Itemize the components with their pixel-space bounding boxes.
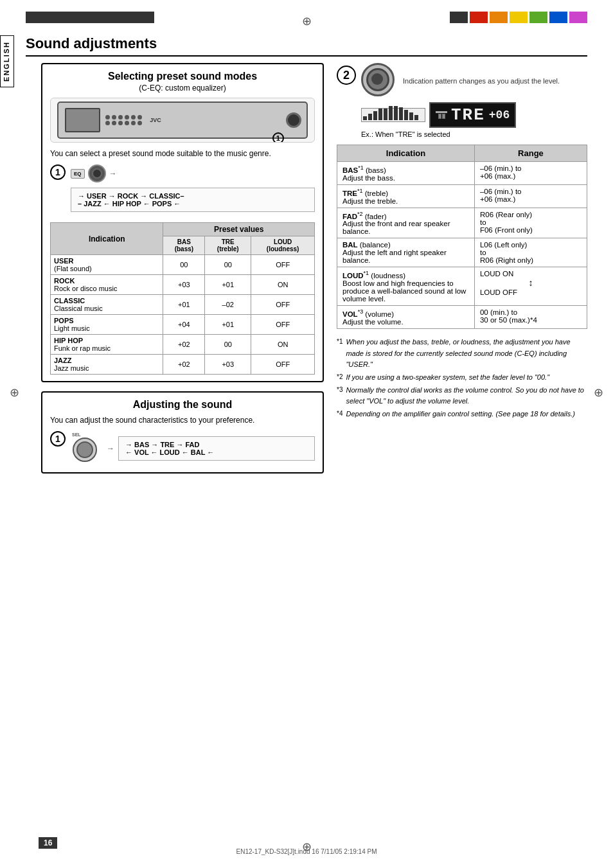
wbar <box>368 114 372 120</box>
wbar <box>363 116 367 120</box>
loud-arrows: ↕ <box>480 278 582 288</box>
section1-subtitle: (C-EQ: custom equalizer) <box>50 84 315 93</box>
device-diagram: JVC 1 <box>50 98 315 143</box>
ind-row-desc: Adjust the treble. <box>342 197 398 205</box>
preset-row-loud: OFF <box>251 255 315 275</box>
waveform-area: TRE +06 <box>361 102 587 128</box>
ind-row-desc: Adjust the volume. <box>342 318 404 326</box>
device-middle-controls <box>105 115 142 125</box>
device-dot-btn <box>131 115 136 120</box>
ind-row-suffix: (treble) <box>365 190 388 197</box>
ind-row-range: –06 (min.) to+06 (max.) <box>474 184 587 208</box>
step2-knob-center <box>371 73 383 85</box>
ind-row-label: BAS <box>342 166 358 174</box>
indication-table-row: TRE*1 (treble)Adjust the treble. –06 (mi… <box>337 184 587 208</box>
preset-row-tre: –02 <box>205 295 251 315</box>
page-number: 16 <box>39 837 57 849</box>
ind-row-desc: Boost low and high frequencies to produc… <box>342 279 466 303</box>
waveform-bars <box>361 108 425 122</box>
english-sidebar-label: ENGLISH <box>0 35 14 87</box>
ex-label: Ex.: When "TRE" is selected <box>361 130 587 138</box>
step2-knob-inner <box>366 68 389 91</box>
ind-row-label: BAL <box>342 241 358 249</box>
reg-mark-top: ⊕ <box>302 14 312 28</box>
col-indication-header: Indication <box>51 223 163 255</box>
preset-row-loud: OFF <box>251 295 315 315</box>
device-dot-btn <box>131 121 136 125</box>
footnote-num: *4 <box>337 409 342 420</box>
col-preset-header: Preset values <box>163 223 315 236</box>
arrow-diagram-preset: → USER → ROCK → CLASSIC– – JAZZ ← HIP HO… <box>71 188 315 212</box>
adj-arrow: → <box>107 444 114 453</box>
ind-row-range: L06 (Left only)toR06 (Right only) <box>474 238 587 267</box>
preset-row-tre: +01 <box>205 275 251 295</box>
indication-table-row: VOL*3 (volume)Adjust the volume. 00 (min… <box>337 306 587 329</box>
ind-row-indication: TRE*1 (treble)Adjust the treble. <box>337 184 475 208</box>
ind-row-indication: FAD*2 (fader)Adjust the front and rear s… <box>337 208 475 238</box>
ind-row-range: R06 (Rear only)toF06 (Front only) <box>474 208 587 238</box>
ind-row-suffix: (balance) <box>360 241 391 249</box>
sel-dial-outer <box>73 438 97 462</box>
ind-row-range: 00 (min.) to30 or 50 (max.)*4 <box>474 306 587 329</box>
preset-row-loud: ON <box>251 275 315 295</box>
device-dot-btn <box>112 115 116 120</box>
ind-row-label: FAD <box>342 212 357 220</box>
preset-row-loud: OFF <box>251 355 315 375</box>
sel-dial-container: SEL <box>71 432 103 465</box>
ind-table-header-indication: Indication <box>337 145 475 162</box>
device-dot-btn <box>125 121 129 125</box>
step1-circle-device: 1 <box>272 132 284 143</box>
preset-row-bas: +03 <box>163 275 205 295</box>
step2-indication-text: Indication pattern changes as you adjust… <box>403 77 560 85</box>
preset-row-bas: +01 <box>163 295 205 315</box>
preset-row-tre: +03 <box>205 355 251 375</box>
eq-dial-area: EQ → <box>71 164 315 182</box>
preset-row-tre: 00 <box>205 255 251 275</box>
wbar <box>373 111 377 120</box>
arrow-row2: – JAZZ ← HIP HOP ← POPS ← <box>78 200 308 208</box>
color-block-dark <box>450 12 468 23</box>
device-dot-btn <box>118 121 123 125</box>
step1-circle: 1 <box>50 164 66 180</box>
sel-dial-inner <box>76 441 93 458</box>
wbar <box>384 109 387 120</box>
ind-row-super: *1 <box>364 270 369 276</box>
adj-step1-content: SEL → → BAS → TRE → FAD ← VOL ← LOUD ← <box>71 431 315 466</box>
adj-arrow-row1: → BAS → TRE → FAD <box>125 441 308 448</box>
footnotes: *1When you adjust the bass, treble, or l… <box>337 337 587 420</box>
wbar <box>414 115 418 120</box>
step1-container: 1 EQ → → US <box>50 164 315 217</box>
preset-row-bas: +02 <box>163 335 205 355</box>
ind-row-super: *3 <box>358 308 364 315</box>
col-tre-header: TRE (treble) <box>205 236 251 255</box>
adj-step1-container: 1 SEL → <box>50 431 315 466</box>
eq-label: EQ <box>71 169 85 179</box>
arrow-diagram-adj: → BAS → TRE → FAD ← VOL ← LOUD ← BAL ← <box>118 436 315 461</box>
color-block-red <box>470 12 488 23</box>
indication-table: Indication Range BAS*1 (bass)Adjust the … <box>337 145 587 329</box>
indication-table-row: FAD*2 (fader)Adjust the front and rear s… <box>337 208 587 238</box>
section2-desc: You can adjust the sound characteristics… <box>50 414 315 426</box>
footnote-item: *2If you are using a two-speaker system,… <box>337 372 587 384</box>
preset-table-row: JAZZJazz music +02 +03 OFF <box>51 355 315 375</box>
tre-indicator2 <box>442 114 445 119</box>
col-bas-header: BAS (bass) <box>163 236 205 255</box>
step1-content: EQ → → USER → ROCK → CLASSIC– – JAZZ ← H… <box>71 164 315 217</box>
ind-row-indication: LOUD*1 (loudness)Boost low and high freq… <box>337 267 475 306</box>
sel-text: SEL <box>72 432 81 437</box>
footnote-text: When you adjust the bass, treble, or lou… <box>346 337 587 371</box>
device-dot-btn <box>112 121 116 125</box>
reg-mark-left: ⊕ <box>10 385 19 400</box>
device-screen <box>65 108 100 132</box>
preset-table-row: ROCKRock or disco music +03 +01 ON <box>51 275 315 295</box>
top-bar-left <box>26 12 154 23</box>
ind-row-suffix: (fader) <box>365 212 387 220</box>
preset-row-tre: +01 <box>205 315 251 335</box>
arrow-row1: → USER → ROCK → CLASSIC– <box>78 192 308 200</box>
step2-content: Indication pattern changes as you adjust… <box>361 63 587 138</box>
right-column: 2 Indication pattern changes as you adju… <box>337 63 587 474</box>
preset-row-name: POPSLight music <box>51 315 163 335</box>
preset-table-row: CLASSICClassical music +01 –02 OFF <box>51 295 315 315</box>
preset-row-name: CLASSICClassical music <box>51 295 163 315</box>
left-column: Selecting preset sound modes (C-EQ: cust… <box>26 63 324 474</box>
